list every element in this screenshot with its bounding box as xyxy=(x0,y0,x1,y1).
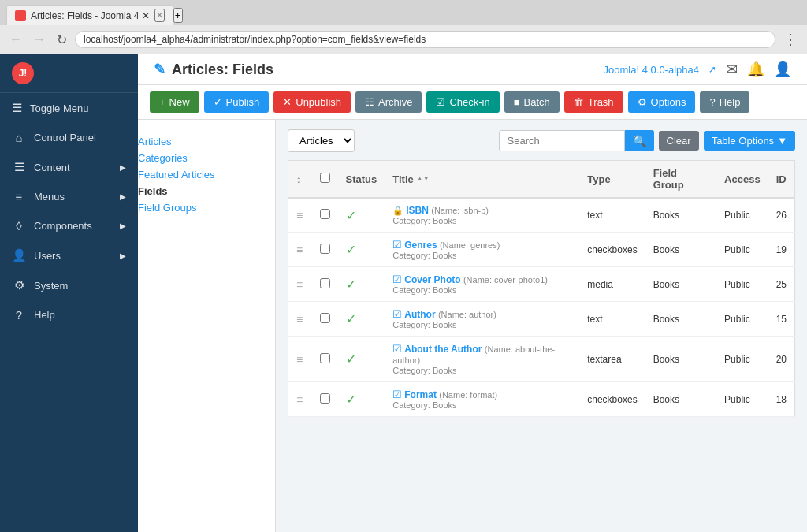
search-button[interactable]: 🔍 xyxy=(625,130,654,151)
sidebar-item-control-panel[interactable]: ⌂ Control Panel xyxy=(0,123,138,152)
batch-button[interactable]: ■ Batch xyxy=(504,91,560,113)
unpublish-button[interactable]: ✕ Unpublish xyxy=(273,91,351,113)
menus-icon: ≡ xyxy=(12,190,26,203)
drag-handle-icon[interactable]: ≡ xyxy=(296,244,303,256)
drag-handle-cell[interactable]: ≡ xyxy=(288,302,312,337)
check-icon: ✓ xyxy=(214,96,222,108)
trash-icon: 🗑 xyxy=(574,96,584,108)
forward-button[interactable]: → xyxy=(30,31,49,48)
row-checkbox-cell[interactable] xyxy=(312,267,338,302)
field-title-link[interactable]: Author xyxy=(404,309,435,320)
browser-tab[interactable]: Articles: Fields - Joomla 4 ✕ ✕ xyxy=(6,5,173,25)
sidebar-toggle-menu[interactable]: ☰ Toggle Menu xyxy=(0,93,138,123)
chevron-right-icon: ▶ xyxy=(120,221,126,230)
new-tab-button[interactable]: + xyxy=(173,8,183,23)
status-check-icon: ✓ xyxy=(346,243,356,256)
id-cell: 18 xyxy=(768,382,795,417)
reload-button[interactable]: ↻ xyxy=(54,31,70,49)
checkbox-icon: ☑ xyxy=(392,239,402,251)
filter-bar: Articles 🔍 Clear Table Options ▼ xyxy=(288,129,795,152)
subnav-articles[interactable]: Articles xyxy=(138,134,275,149)
chevron-right-icon: ▶ xyxy=(120,192,126,201)
back-button[interactable]: ← xyxy=(6,31,25,48)
external-link-icon[interactable]: ➚ xyxy=(708,64,716,75)
tab-close-button[interactable]: ✕ xyxy=(154,9,165,22)
drag-handle-cell[interactable]: ≡ xyxy=(288,198,312,233)
drag-handle-icon[interactable]: ≡ xyxy=(296,353,303,366)
tab-title: Articles: Fields - Joomla 4 ✕ xyxy=(31,10,150,21)
row-checkbox[interactable] xyxy=(320,278,330,288)
row-checkbox-cell[interactable] xyxy=(312,302,338,337)
subnav-categories[interactable]: Categories xyxy=(138,151,275,166)
title-sort-icon: ▲▼ xyxy=(417,176,430,182)
access-level: Public xyxy=(724,244,750,255)
field-title-link[interactable]: Genres xyxy=(404,240,437,251)
sidebar-item-help[interactable]: ? Help xyxy=(0,300,138,329)
status-cell: ✓ xyxy=(338,337,385,382)
col-title-header[interactable]: Title ▲▼ xyxy=(385,161,579,199)
archive-button[interactable]: ☷ Archive xyxy=(355,91,422,113)
title-cell: ☑About the Author (Name: about-the-autho… xyxy=(385,337,579,382)
help-button[interactable]: ? Help xyxy=(700,91,749,113)
row-checkbox-cell[interactable] xyxy=(312,382,338,417)
filter-bar-left: Articles xyxy=(288,129,355,152)
sidebar-item-system[interactable]: ⚙ System xyxy=(0,270,138,300)
chevron-right-icon: ▶ xyxy=(120,251,126,260)
col-select-all[interactable] xyxy=(312,161,338,199)
access-cell: Public xyxy=(716,267,768,302)
field-title-link[interactable]: About the Author xyxy=(404,344,482,355)
row-checkbox-cell[interactable] xyxy=(312,337,338,382)
checkin-button[interactable]: ☑ Check-in xyxy=(426,91,499,113)
clear-button[interactable]: Clear xyxy=(659,131,699,151)
user-profile-icon[interactable]: 👤 xyxy=(774,61,791,78)
sidebar-item-users[interactable]: 👤 Users ▶ xyxy=(0,240,138,270)
table-header-row: ↕ Status Title xyxy=(288,161,795,199)
row-checkbox[interactable] xyxy=(320,393,330,404)
field-title-link[interactable]: ISBN xyxy=(406,205,429,216)
subnav-field-groups[interactable]: Field Groups xyxy=(138,200,275,215)
options-button[interactable]: ⚙ Options xyxy=(628,91,696,113)
row-checkbox[interactable] xyxy=(320,313,330,323)
field-title-link[interactable]: Format xyxy=(404,389,437,400)
plus-icon: + xyxy=(159,96,165,108)
url-input[interactable] xyxy=(75,31,775,48)
drag-handle-cell[interactable]: ≡ xyxy=(288,267,312,302)
field-name-meta: (Name: cover-photo1) xyxy=(463,275,548,285)
id-cell: 25 xyxy=(768,267,795,302)
drag-handle-icon[interactable]: ≡ xyxy=(296,278,303,291)
notification-icon[interactable]: 🔔 xyxy=(747,61,764,78)
new-button[interactable]: + New xyxy=(150,91,199,113)
row-checkbox[interactable] xyxy=(320,353,330,363)
browser-menu-button[interactable]: ⋮ xyxy=(780,29,801,50)
table-options-button[interactable]: Table Options ▼ xyxy=(704,131,795,151)
sidebar-item-components[interactable]: ◊ Components ▶ xyxy=(0,211,138,240)
status-check-icon: ✓ xyxy=(346,392,356,406)
row-checkbox-cell[interactable] xyxy=(312,198,338,233)
row-checkbox-cell[interactable] xyxy=(312,233,338,267)
sidebar-item-menus[interactable]: ≡ Menus ▶ xyxy=(0,182,138,211)
subnav-featured-articles[interactable]: Featured Articles xyxy=(138,167,275,182)
trash-label: Trash xyxy=(588,96,614,108)
publish-button[interactable]: ✓ Publish xyxy=(204,91,270,113)
row-checkbox[interactable] xyxy=(320,244,330,254)
type-cell: text xyxy=(579,302,645,337)
status-cell: ✓ xyxy=(338,198,385,233)
articles-filter-select[interactable]: Articles xyxy=(288,129,355,152)
drag-handle-cell[interactable]: ≡ xyxy=(288,337,312,382)
checkbox-icon: ☑ xyxy=(392,273,402,285)
trash-button[interactable]: 🗑 Trash xyxy=(564,91,623,113)
drag-handle-cell[interactable]: ≡ xyxy=(288,233,312,267)
sidebar-item-content[interactable]: ☰ Content ▶ xyxy=(0,152,138,182)
mail-icon[interactable]: ✉ xyxy=(726,61,738,78)
drag-handle-icon[interactable]: ≡ xyxy=(296,313,303,326)
field-title-link[interactable]: Cover Photo xyxy=(404,274,460,285)
select-all-checkbox[interactable] xyxy=(320,173,330,183)
drag-handle-icon[interactable]: ≡ xyxy=(296,209,303,221)
subnav-fields[interactable]: Fields xyxy=(138,184,275,199)
search-input[interactable] xyxy=(499,130,625,151)
row-checkbox[interactable] xyxy=(320,209,330,219)
drag-handle-cell[interactable]: ≡ xyxy=(288,382,312,417)
field-group-cell: Books xyxy=(645,337,716,382)
drag-handle-icon[interactable]: ≡ xyxy=(296,393,303,406)
main-content: Articles Categories Featured Articles Fi… xyxy=(138,120,807,532)
